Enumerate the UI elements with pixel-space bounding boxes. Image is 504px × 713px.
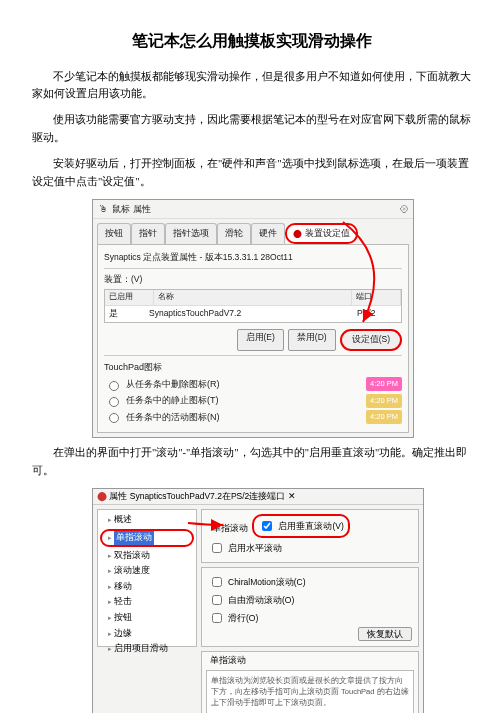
paragraph-3: 安装好驱动后，打开控制面板，在"硬件和声音"选项中找到鼠标选项，在最后一项装置设… [32, 155, 472, 191]
device-label: 装置：(V) [104, 273, 142, 287]
panel-subtitle: Synaptics 定点装置属性 - 版本15.3.31.1 28Oct11 [104, 251, 402, 265]
close-icon[interactable]: ✕ [288, 491, 296, 501]
paragraph-4: 在弹出的界面中打开"滚动"-"单指滚动"，勾选其中的"启用垂直滚动"功能。确定推… [32, 444, 472, 480]
dialog2-icon: ⬤ [97, 491, 107, 501]
dialog-title: 鼠标 属性 [112, 202, 151, 216]
check-free-slide[interactable]: 自由滑动滚动(O) [208, 592, 412, 608]
synaptics-icon: ⬤ [293, 229, 302, 238]
desc-text: 单指滚动为浏览较长页面或是很长的文章提供了按方向下方，向左移动手指可向上滚动页面… [206, 670, 414, 713]
dialog-mouse-properties: 🖱 鼠标 属性 ⮾ 按钮 指针 指针选项 滑轮 硬件 ⬤ 装置设定值 Synap… [92, 199, 414, 439]
check-vertical-scroll[interactable]: 启用垂直滚动(V) [258, 518, 343, 534]
tree-buttons[interactable]: 按钮 [100, 610, 194, 626]
window-icon: 🖱 [99, 202, 108, 216]
group-single-finger: 单指滚动 [210, 522, 250, 536]
check-chiral[interactable]: ChiralMotion滚动(C) [208, 574, 412, 590]
tree-edge[interactable]: 边缘 [100, 626, 194, 642]
col-enabled: 已启用 [105, 290, 154, 305]
dialog-touchpad-settings: ⬤ 属性 SynapticsTouchPadV7.2在PS/2连接端口 ✕ 概述… [92, 488, 424, 713]
figure-mouse-properties: 🖱 鼠标 属性 ⮾ 按钮 指针 指针选项 滑轮 硬件 ⬤ 装置设定值 Synap… [92, 199, 472, 439]
desc-title: 单指滚动 [208, 654, 248, 668]
col-name: 名称 [154, 290, 352, 305]
tree-two-finger[interactable]: 双指滚动 [100, 548, 194, 564]
tab-device-settings[interactable]: ⬤ 装置设定值 [285, 223, 358, 244]
section-tray-icon: TouchPad图标 [104, 360, 402, 374]
tree-tap[interactable]: 轻击 [100, 594, 194, 610]
radio-active-tray[interactable]: 任务条中的活动图标(N)4:20 PM [104, 410, 402, 424]
check-horizontal-scroll[interactable]: 启用水平滚动 [208, 540, 412, 556]
enable-button[interactable]: 启用(E) [237, 329, 284, 351]
page-title: 笔记本怎么用触摸板实现滑动操作 [32, 28, 472, 54]
settings-tree[interactable]: 概述 单指滚动 双指滚动 滚动速度 移动 轻击 按钮 边缘 启用项目滑动 [97, 509, 197, 647]
figure-touchpad-settings: ⬤ 属性 SynapticsTouchPadV7.2在PS/2连接端口 ✕ 概述… [92, 488, 472, 713]
tab-wheel[interactable]: 滑轮 [217, 223, 251, 244]
tree-scroll-group[interactable]: 单指滚动 [100, 529, 194, 547]
settings-button[interactable]: 设定值(S) [340, 329, 402, 351]
tab-pointer[interactable]: 指针 [131, 223, 165, 244]
paragraph-1: 不少笔记本的触摸板都能够现实滑动操作，但是很多用户不知道如何使用，下面就教大家如… [32, 68, 472, 104]
dialog2-title: 属性 SynapticsTouchPadV7.2在PS/2连接端口 [109, 491, 285, 501]
restore-default-button[interactable]: 恢复默认 [358, 627, 412, 641]
tree-scroll-speed[interactable]: 滚动速度 [100, 563, 194, 579]
tab-buttons[interactable]: 按钮 [97, 223, 131, 244]
radio-static-tray[interactable]: 任务条中的静止图标(T)4:20 PM [104, 393, 402, 407]
tree-move[interactable]: 移动 [100, 579, 194, 595]
close-icon[interactable]: ⮾ [400, 202, 409, 216]
tree-overview[interactable]: 概述 [100, 512, 194, 528]
check-vertical-scroll-wrap: 启用垂直滚动(V) [252, 514, 349, 538]
disable-button[interactable]: 禁用(D) [288, 329, 336, 351]
tab-pointer-options[interactable]: 指针选项 [165, 223, 217, 244]
radio-remove-tray[interactable]: 从任务条中删除图标(R)4:20 PM [104, 377, 402, 391]
check-glide[interactable]: 滑行(O) [208, 610, 412, 626]
tree-single-finger-scroll[interactable]: 单指滚动 [114, 531, 154, 545]
tree-enable[interactable]: 启用项目滑动 [100, 641, 194, 657]
device-list[interactable]: 已启用 名称 端口 是 SynapticsTouchPadV7.2 PS/2 [104, 289, 402, 323]
tab-hardware[interactable]: 硬件 [251, 223, 285, 244]
col-port: 端口 [352, 290, 401, 305]
paragraph-2: 使用该功能需要官方驱动支持，因此需要根据笔记本的型号在对应官网下载所需的鼠标驱动… [32, 111, 472, 147]
